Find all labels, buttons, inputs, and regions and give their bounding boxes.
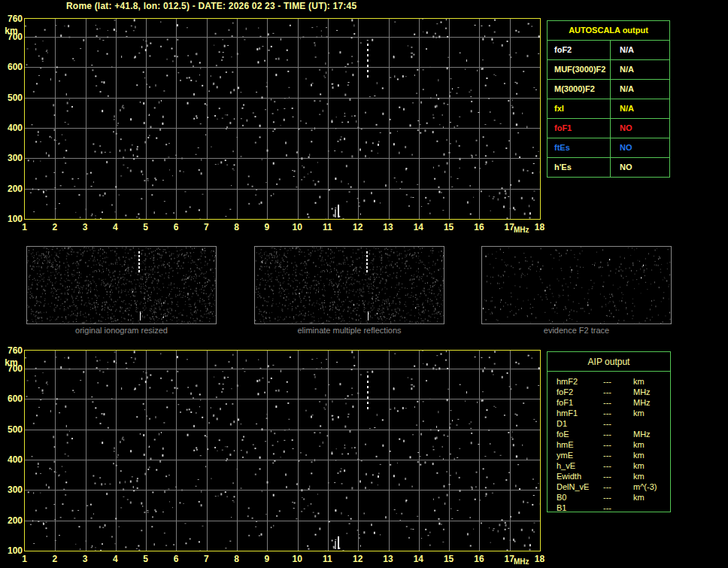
aip-value: --- — [603, 481, 633, 492]
aip-table-rows: hmF2---kmfoF2---MHzfoF1---MHzhmF1---kmD1… — [548, 372, 670, 513]
x-tick-label: 12 — [353, 554, 362, 564]
aip-label: D1 — [557, 418, 603, 429]
x-tick-label: 2 — [52, 554, 57, 564]
aip-label: B1 — [557, 503, 603, 513]
autoscala-row-label: ftEs — [548, 138, 611, 157]
aip-value: --- — [603, 460, 633, 471]
x-tick-label: 8 — [234, 222, 239, 232]
autoscala-row-value: N/A — [611, 41, 669, 59]
y-tick-label: 200 — [0, 184, 23, 194]
aip-label: h_vE — [557, 460, 603, 471]
autoscala-row: fxIN/A — [548, 99, 669, 118]
x-axis-unit-mhz-bottom: MHz — [514, 557, 529, 566]
aip-value: --- — [603, 429, 633, 439]
y-tick-label: 700 — [0, 32, 23, 42]
aip-row: hmE---km — [557, 439, 670, 450]
aip-label: DelN_vE — [557, 481, 603, 492]
aip-row: h_vE---km — [557, 460, 670, 471]
x-tick-label: 11 — [323, 554, 332, 564]
x-tick-label: 17 — [505, 554, 514, 564]
y-tick-label: 500 — [0, 93, 23, 103]
x-tick-label: 11 — [323, 222, 332, 232]
thumbnail-canvas — [255, 247, 444, 323]
aip-unit: km — [633, 492, 670, 503]
x-tick-label: 6 — [174, 222, 179, 232]
x-tick-label: 1 — [22, 222, 27, 232]
aip-unit: MHz — [633, 397, 670, 408]
aip-unit — [633, 418, 670, 429]
aip-label: hmF2 — [557, 376, 603, 387]
aip-value: --- — [603, 492, 633, 503]
autoscala-row-value: N/A — [611, 80, 669, 99]
aip-unit: km — [633, 408, 670, 418]
aip-value: --- — [603, 503, 633, 513]
thumbnail-caption: evidence F2 trace — [481, 326, 672, 335]
aip-label: hmE — [557, 439, 603, 450]
x-tick-label: 4 — [113, 222, 118, 232]
y-tick-label: 300 — [0, 153, 23, 163]
x-tick-label: 3 — [83, 554, 88, 564]
x-tick-label: 13 — [383, 222, 393, 232]
x-tick-label: 17 — [505, 222, 514, 232]
aip-label: foE — [557, 429, 603, 439]
aip-unit: MHz — [633, 429, 670, 439]
y-tick-label: 600 — [0, 393, 23, 404]
ionogram-plot-top — [24, 18, 541, 220]
aip-row: B1--- — [557, 503, 670, 513]
aip-value: --- — [603, 408, 633, 418]
y-tick-label: 700 — [0, 363, 23, 374]
thumbnail-eliminate-reflections — [254, 246, 444, 324]
ionogram-canvas-bottom — [25, 351, 540, 551]
aip-unit: km — [633, 460, 670, 471]
y-tick-label: 100 — [0, 214, 23, 224]
x-tick-label: 13 — [383, 554, 393, 564]
aip-row: Ewidth---km — [557, 471, 670, 481]
autoscala-table-title: AUTOSCALA output — [548, 21, 669, 40]
aip-label: foF1 — [557, 397, 603, 408]
ionogram-plot-bottom — [24, 350, 541, 551]
x-tick-label: 3 — [83, 222, 88, 232]
autoscala-row: foF1NO — [548, 118, 669, 138]
aip-label: foF2 — [557, 387, 603, 397]
x-tick-label: 14 — [414, 222, 423, 232]
autoscala-output-table: AUTOSCALA output foF2N/AMUF(3000)F2N/AM(… — [547, 20, 670, 178]
y-tick-label: 760 — [0, 14, 23, 24]
y-tick-label: 760 — [0, 345, 23, 356]
aip-value: --- — [603, 397, 633, 408]
aip-value: --- — [603, 471, 633, 481]
x-tick-label: 1 — [22, 554, 27, 564]
autoscala-row: M(3000)F2N/A — [548, 79, 669, 99]
y-tick-label: 200 — [0, 515, 23, 526]
x-tick-label: 5 — [143, 222, 148, 232]
autoscala-row-value: NO — [611, 158, 669, 177]
aip-row: ymE---km — [557, 450, 670, 460]
thumbnail-caption: original ionogram resized — [26, 326, 217, 335]
y-tick-label: 300 — [0, 484, 23, 495]
autoscala-row-value: NO — [611, 138, 669, 157]
x-tick-label: 9 — [265, 222, 270, 232]
aip-unit: km — [633, 450, 670, 460]
aip-row: foF2---MHz — [557, 387, 670, 397]
aip-row: foF1---MHz — [557, 397, 670, 408]
aip-value: --- — [603, 418, 633, 429]
aip-value: --- — [603, 439, 633, 450]
thumbnail-caption: eliminate multiple reflections — [254, 326, 444, 335]
x-tick-label: 7 — [204, 222, 209, 232]
autoscala-row-label: foF1 — [548, 119, 611, 138]
aip-row: hmF2---km — [557, 376, 670, 387]
aip-value: --- — [603, 387, 633, 397]
aip-label: B0 — [557, 492, 603, 503]
aip-row: foE---MHz — [557, 429, 670, 439]
aip-unit: MHz — [633, 387, 670, 397]
aip-row: DelN_vE---m^(-3) — [557, 481, 670, 492]
autoscala-row: ftEsNO — [548, 138, 669, 157]
autoscala-row-value: N/A — [611, 99, 669, 118]
autoscala-row-label: MUF(3000)F2 — [548, 60, 611, 79]
aip-row: B0---km — [557, 492, 670, 503]
aip-unit: km — [633, 439, 670, 450]
aip-value: --- — [603, 450, 633, 460]
autoscala-row-label: foF2 — [548, 41, 611, 59]
y-tick-label: 400 — [0, 123, 23, 133]
aip-unit: km — [633, 471, 670, 481]
aip-unit: m^(-3) — [633, 481, 670, 492]
